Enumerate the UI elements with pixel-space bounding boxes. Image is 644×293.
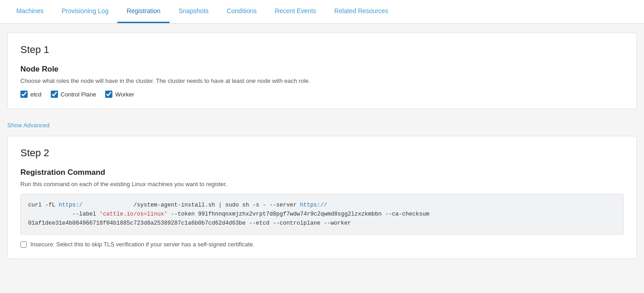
tab-conditions[interactable]: Conditions	[218, 0, 266, 23]
show-advanced-link[interactable]: Show Advanced	[7, 122, 49, 129]
checkbox-text-etcd: etcd	[30, 91, 42, 98]
checkbox-label-worker[interactable]: Worker	[105, 91, 134, 98]
step1-title: Step 1	[20, 44, 624, 56]
tab-registration[interactable]: Registration	[117, 0, 169, 23]
tab-related-resources[interactable]: Related Resources	[325, 0, 397, 23]
step2-title: Step 2	[20, 147, 624, 159]
step1-section-title: Node Role	[20, 65, 624, 74]
step2-card: Step 2 Registration Command Run this com…	[7, 136, 637, 259]
step1-description: Choose what roles the node will have in …	[20, 77, 624, 84]
checkbox-label-etcd[interactable]: etcd	[20, 91, 42, 98]
insecure-checkbox[interactable]	[20, 241, 27, 248]
tab-navigation: MachinesProvisioning LogRegistrationSnap…	[0, 0, 644, 24]
tab-provisioning-log[interactable]: Provisioning Log	[53, 0, 118, 23]
node-role-checkboxes: etcdControl PlaneWorker	[20, 91, 624, 98]
checkbox-text-controlplane: Control Plane	[61, 91, 97, 98]
checkbox-text-worker: Worker	[115, 91, 134, 98]
tab-machines[interactable]: Machines	[7, 0, 53, 23]
main-content: Step 1 Node Role Choose what roles the n…	[0, 24, 644, 275]
insecure-label[interactable]: Insecure: Select this to skip TLS verifi…	[30, 241, 255, 248]
tab-recent-events[interactable]: Recent Events	[266, 0, 325, 23]
step2-section-title: Registration Command	[20, 168, 624, 177]
checkbox-controlplane[interactable]	[51, 91, 58, 98]
checkbox-etcd[interactable]	[20, 91, 28, 98]
checkbox-worker[interactable]	[105, 91, 112, 98]
checkbox-label-controlplane[interactable]: Control Plane	[51, 91, 97, 98]
step2-description: Run this command on each of the existing…	[20, 181, 624, 187]
insecure-row: Insecure: Select this to skip TLS verifi…	[20, 241, 624, 248]
tab-snapshots[interactable]: Snapshots	[169, 0, 218, 23]
step1-card: Step 1 Node Role Choose what roles the n…	[7, 33, 637, 109]
registration-command-block: curl -fL https:/ /system-agent-install.s…	[20, 194, 624, 235]
